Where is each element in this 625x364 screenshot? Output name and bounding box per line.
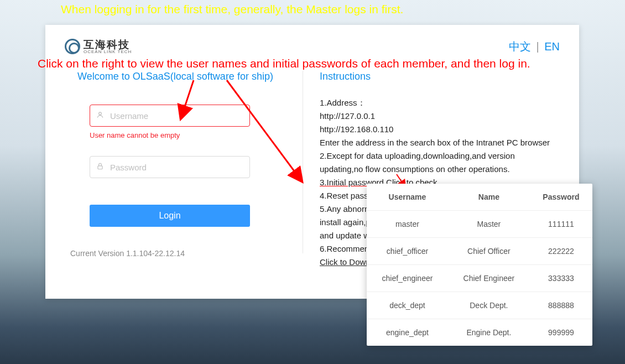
logo-icon [65, 39, 80, 54]
cell-username: deck_dept [367, 292, 448, 319]
credentials-table: Username Name Password masterMaster11111… [367, 184, 592, 346]
cell-username: engine_dept [367, 319, 448, 346]
login-button[interactable]: Login [90, 205, 250, 227]
th-password: Password [530, 184, 592, 211]
th-username: Username [367, 184, 448, 211]
lang-cn-link[interactable]: 中文 [509, 40, 531, 53]
version-text: Current Version 1.1.104-22.12.14 [70, 249, 286, 258]
instructions-title: Instructions [320, 71, 560, 82]
cell-username: chief_officer [367, 238, 448, 265]
svg-point-0 [99, 112, 102, 115]
table-row: deck_deptDeck Dept.888888 [367, 292, 592, 319]
user-icon [96, 111, 104, 121]
table-row: chief_officerChief Officer222222 [367, 238, 592, 265]
cell-name: Chief Officer [448, 238, 530, 265]
svg-line-5 [227, 80, 299, 177]
cell-username: chief_engineer [367, 265, 448, 292]
logo-text-cn: 互海科技 [84, 39, 132, 50]
credentials-popup: Username Name Password masterMaster11111… [367, 184, 592, 346]
cell-password: 222222 [530, 238, 592, 265]
instr-addr1: http://127.0.0.1 [320, 110, 560, 123]
cell-password: 333333 [530, 265, 592, 292]
table-row: engine_deptEngine Dept.999999 [367, 319, 592, 346]
lock-icon [96, 163, 104, 172]
arrow-to-popup [221, 77, 310, 185]
cell-name: Master [448, 211, 530, 238]
lang-en-link[interactable]: EN [544, 40, 560, 53]
instr-line2: 2.Except for data uploading,downloading,… [320, 149, 560, 176]
table-row: chief_engineerChief Engineer333333 [367, 265, 592, 292]
annotation-top: When logging in for the first time, gene… [61, 3, 403, 16]
table-row: masterMaster111111 [367, 211, 592, 238]
cell-name: Deck Dept. [448, 292, 530, 319]
arrow-to-username [177, 77, 199, 121]
instr-addr2: http://192.168.0.110 [320, 123, 560, 136]
header-row: 互海科技 OCEAN LINK TECH 中文 | EN [65, 39, 560, 54]
annotation-red: Click on the right to view the user name… [38, 57, 530, 70]
cell-name: Chief Engineer [448, 265, 530, 292]
cell-name: Engine Dept. [448, 319, 530, 346]
cell-password: 111111 [530, 211, 592, 238]
cell-password: 888888 [530, 292, 592, 319]
th-name: Name [448, 184, 530, 211]
svg-line-3 [183, 80, 194, 113]
cell-password: 999999 [530, 319, 592, 346]
lang-separator: | [536, 40, 539, 53]
svg-rect-1 [98, 166, 102, 169]
brand-logo: 互海科技 OCEAN LINK TECH [65, 39, 132, 54]
instr-line1: 1.Address： [320, 96, 560, 110]
cell-username: master [367, 211, 448, 238]
language-switcher: 中文 | EN [509, 39, 560, 54]
instr-addr-note: Enter the address in the search box of t… [320, 136, 560, 149]
logo-text-en: OCEAN LINK TECH [84, 50, 132, 54]
